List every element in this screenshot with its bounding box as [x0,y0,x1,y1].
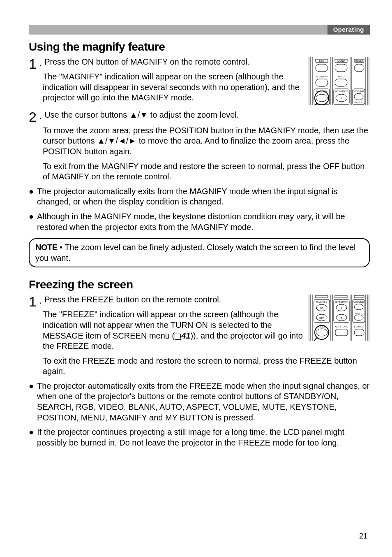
remote2-mute-label: MUTE [355,312,362,315]
note-label: NOTE [35,243,58,252]
magnify-bullet1: The projector automatically exits from t… [37,186,370,207]
header-bar [29,25,370,35]
magnify-bullet2: Although in the MAGNIFY mode, the keysto… [37,211,370,232]
note-text: • The zoom level can be finely adjusted.… [35,243,355,262]
remote2-freeze-label: FREEZE [317,325,327,328]
remote1-esc-label: ESC [319,60,325,62]
magnify-step2-line1: Use the cursor buttons ▲/▼ to adjust the… [44,110,370,121]
remote2-one-label: 1 [341,307,342,309]
remote1-magnify-label: MAGNIFY [316,90,327,93]
freeze-ref-num: 41 [181,331,190,340]
remote1-mute-label: MUTE [355,101,362,104]
magnify-heading: Using the magnify feature [29,40,370,53]
svg-point-38 [354,304,363,310]
remote2-volume-label: VOLUME [353,301,364,303]
freeze-bullet1: The projector automatically exits from t… [37,381,370,423]
remote2-keystone-label: KEYSTONE [335,325,348,328]
svg-rect-44 [354,329,364,336]
svg-rect-11 [335,64,347,72]
bullet-marker: ● [29,381,34,423]
step-dot: . [39,295,42,307]
svg-point-20 [354,93,363,100]
remote2-mybutton-label: MY BUTTON [335,301,348,303]
step-dot: . [39,110,42,123]
svg-point-18 [316,94,327,102]
freeze-bullet2: If the projector continues projecting a … [37,427,370,448]
remote2-magnify-label: MAGNIFY [316,301,327,303]
note-box: NOTE • The zoom level can be finely adju… [29,238,370,267]
remote1-position-label: POSITION [316,75,328,78]
magnify-step1-line1: Press the ON button of MAGNIFY on the re… [44,57,304,67]
remote2-search-label: SEARCH [354,325,364,328]
remote1-auto-label: AUTO [338,75,345,78]
remote1-mybutton-label: MY BUTTON [335,90,348,93]
remote2-two-label: 2 [341,317,342,319]
step-number-2: 2 [29,110,38,124]
svg-point-21 [315,91,329,105]
page-content: Using the magnify feature [29,40,370,452]
bullet-marker: ● [29,186,34,207]
remote2-off-label: OFF [319,317,324,319]
step-dot: . [39,57,42,70]
remote2-on-label: ON [320,307,324,309]
svg-point-41 [354,315,363,320]
freeze-step1-line1: Press the FREEZE button on the remote co… [44,295,304,305]
remote1-volume-label: VOLUME [353,90,364,93]
svg-rect-14 [335,79,347,86]
step-number-1: 1 [29,295,38,309]
remote1-menu-label: MENU [337,60,345,62]
remote-illustration-2: MAGNIFY MY BUTTON VOLUME ON 1 OFF 2 MUTE… [308,295,370,341]
magnify-step2-p2: To exit from the MAGNIFY mode and restor… [43,161,370,182]
freeze-p2: To exit the FREEZE mode and restore the … [43,356,370,377]
remote1-one-label: 1 [341,97,342,100]
svg-rect-13 [316,79,328,86]
page-number: 21 [359,532,367,541]
svg-rect-10 [316,64,328,72]
remote-illustration-1: ESC MENU RESET POSITION AUTO MAGNIFY MY … [308,57,370,105]
remote1-reset-label: RESET [355,60,363,62]
bullet-marker: ● [29,211,34,232]
step-number-1: 1 [29,57,38,71]
freeze-heading: Freezing the screen [29,278,370,291]
header-section-label: Operating [327,25,370,35]
bullet-marker: ● [29,427,34,448]
svg-rect-43 [335,329,348,336]
svg-rect-12 [354,64,364,72]
svg-point-42 [316,329,327,336]
book-icon [175,334,181,339]
magnify-step2-p1: To move the zoom area, press the POSITIO… [43,125,370,157]
